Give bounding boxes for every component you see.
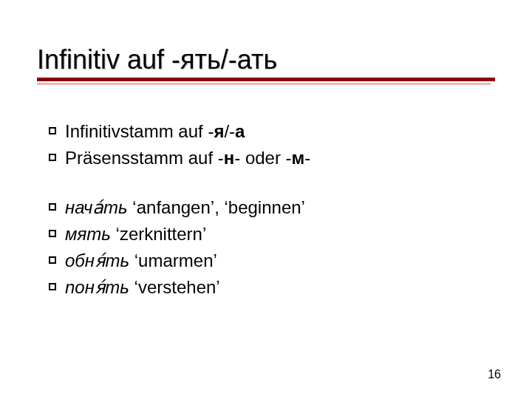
rule-dark (37, 78, 495, 81)
example-word: мять (65, 224, 111, 244)
rule-light (37, 83, 491, 85)
text: /- (224, 121, 235, 141)
list-item: нача́ть ‘anfangen’, ‘beginnen’ (37, 195, 495, 220)
text: - oder - (234, 148, 291, 168)
example-gloss: ‘umarmen’ (129, 250, 217, 270)
list-item: мять ‘zerknittern’ (37, 222, 495, 247)
list-item: Infinitivstamm auf -я/-а (37, 119, 495, 144)
list-item: обня́ть ‘umarmen’ (37, 248, 495, 273)
list-item: Präsensstamm auf -н- oder -м- (37, 146, 495, 171)
body-content: Infinitivstamm auf -я/-а Präsensstamm au… (37, 119, 495, 299)
example-gloss: ‘zerknittern’ (111, 224, 206, 244)
text: - (304, 148, 310, 168)
example-word: обня́ть (65, 250, 129, 270)
text: Infinitivstamm auf - (65, 121, 214, 141)
example-gloss: ‘verstehen’ (129, 277, 220, 297)
list-item: поня́ть ‘verstehen’ (37, 275, 495, 300)
title-underline (37, 78, 495, 85)
example-gloss: ‘anfangen’, ‘beginnen’ (128, 197, 305, 217)
spacer (37, 173, 495, 195)
page-number: 16 (488, 368, 501, 381)
text-bold: н (224, 148, 235, 168)
example-word: поня́ть (65, 277, 129, 297)
text-bold: а (235, 121, 245, 141)
example-word: нача́ть (65, 197, 128, 217)
bullet-group-1: Infinitivstamm auf -я/-а Präsensstamm au… (37, 119, 495, 171)
text-bold: м (292, 148, 305, 168)
slide-title: Infinitiv auf -ять/-ать (37, 44, 495, 75)
bullet-group-2: нача́ть ‘anfangen’, ‘beginnen’ мять ‘zer… (37, 195, 495, 300)
text: Präsensstamm auf - (65, 148, 224, 168)
slide: Infinitiv auf -ять/-ать Infinitivstamm a… (0, 0, 532, 399)
text-bold: я (214, 121, 224, 141)
